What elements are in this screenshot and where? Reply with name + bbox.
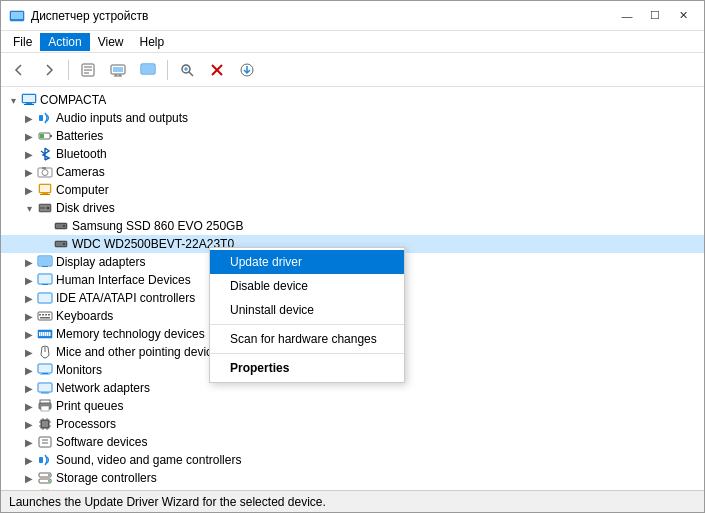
scan-button[interactable] [173, 57, 201, 83]
tree-item-processors[interactable]: ▶ Processors [1, 415, 704, 433]
toolbar-separator-1 [68, 60, 69, 80]
storage-arrow: ▶ [21, 473, 37, 484]
minimize-button[interactable]: — [614, 5, 640, 27]
svg-point-35 [47, 207, 50, 210]
svg-rect-47 [39, 275, 51, 283]
svg-point-92 [48, 474, 50, 476]
svg-rect-24 [50, 135, 52, 137]
back-button[interactable] [5, 57, 33, 83]
download-button[interactable] [233, 57, 261, 83]
sound-label: Sound, video and game controllers [56, 453, 241, 467]
svg-rect-77 [42, 421, 48, 427]
monitors-label: Monitors [56, 363, 102, 377]
tree-root[interactable]: ▾ COMPACTA [1, 91, 704, 109]
tree-item-batteries[interactable]: ▶ Batteries [1, 127, 704, 145]
menu-file[interactable]: File [5, 33, 40, 51]
svg-rect-32 [40, 194, 50, 195]
back-icon [11, 62, 27, 78]
cameras-icon [37, 164, 53, 180]
ctx-update-driver[interactable]: Update driver [210, 250, 404, 274]
ctx-uninstall-device[interactable]: Uninstall device [210, 298, 404, 322]
svg-rect-22 [39, 115, 43, 121]
display-label: Display adapters [56, 255, 145, 269]
svg-rect-54 [45, 314, 47, 316]
disk-drives-label: Disk drives [56, 201, 115, 215]
computer-arrow: ▶ [21, 185, 37, 196]
tree-item-audio[interactable]: ▶ Audio inputs and outputs [1, 109, 704, 127]
status-text: Launches the Update Driver Wizard for th… [9, 495, 326, 509]
svg-rect-48 [42, 284, 48, 285]
disk-drives-icon [37, 200, 53, 216]
menu-view[interactable]: View [90, 33, 132, 51]
bluetooth-icon [37, 146, 53, 162]
menu-help[interactable]: Help [132, 33, 173, 51]
tree-item-sound[interactable]: ▶ Sound, video and game controllers [1, 451, 704, 469]
processors-arrow: ▶ [21, 419, 37, 430]
storage-label: Storage controllers [56, 471, 157, 485]
tree-item-cameras[interactable]: ▶ Cameras [1, 163, 704, 181]
tree-item-software[interactable]: ▶ Software devices [1, 433, 704, 451]
tree-item-system[interactable]: ▶ i System devices [1, 487, 704, 490]
svg-rect-44 [39, 257, 51, 265]
display-icon [37, 254, 53, 270]
cameras-arrow: ▶ [21, 167, 37, 178]
monitor-button[interactable] [134, 57, 162, 83]
tree-item-samsung[interactable]: Samsung SSD 860 EVO 250GB [1, 217, 704, 235]
svg-rect-60 [43, 332, 45, 336]
title-bar: Диспетчер устройств — ☐ ✕ [1, 1, 704, 31]
svg-rect-61 [45, 332, 47, 336]
svg-rect-25 [40, 134, 44, 138]
window-title: Диспетчер устройств [31, 9, 614, 23]
ctx-separator-1 [210, 324, 404, 325]
svg-rect-66 [39, 365, 51, 372]
maximize-button[interactable]: ☐ [642, 5, 668, 27]
tree-item-computer[interactable]: ▶ Computer [1, 181, 704, 199]
monitor-icon [140, 62, 156, 78]
software-icon [37, 434, 53, 450]
svg-rect-55 [48, 314, 50, 316]
update-driver-icon [110, 62, 126, 78]
ctx-separator-2 [210, 353, 404, 354]
svg-rect-8 [113, 67, 123, 72]
tree-item-storage[interactable]: ▶ Storage controllers [1, 469, 704, 487]
properties-icon [80, 62, 96, 78]
batteries-label: Batteries [56, 129, 103, 143]
download-icon [239, 62, 255, 78]
batteries-icon [37, 128, 53, 144]
tree-item-bluetooth[interactable]: ▶ Bluetooth [1, 145, 704, 163]
svg-rect-50 [39, 294, 51, 302]
svg-point-42 [63, 243, 65, 245]
svg-line-12 [189, 72, 193, 76]
svg-rect-89 [39, 457, 43, 463]
menu-action[interactable]: Action [40, 33, 89, 51]
remove-button[interactable] [203, 57, 231, 83]
ctx-scan-hardware[interactable]: Scan for hardware changes [210, 327, 404, 351]
ide-label: IDE ATA/ATAPI controllers [56, 291, 195, 305]
svg-rect-31 [42, 193, 48, 194]
monitors-arrow: ▶ [21, 365, 37, 376]
svg-rect-45 [42, 266, 48, 267]
forward-button[interactable] [35, 57, 63, 83]
display-arrow: ▶ [21, 257, 37, 268]
ctx-properties[interactable]: Properties [210, 356, 404, 380]
svg-rect-19 [23, 95, 35, 102]
svg-rect-20 [26, 103, 32, 104]
print-icon [37, 398, 53, 414]
root-arrow: ▾ [5, 95, 21, 106]
sound-arrow: ▶ [21, 455, 37, 466]
properties-button[interactable] [74, 57, 102, 83]
tree-item-disk-drives[interactable]: ▾ Disk drives [1, 199, 704, 217]
mice-arrow: ▶ [21, 347, 37, 358]
hid-arrow: ▶ [21, 275, 37, 286]
ctx-disable-device[interactable]: Disable device [210, 274, 404, 298]
cameras-label: Cameras [56, 165, 105, 179]
forward-icon [41, 62, 57, 78]
svg-point-93 [48, 480, 50, 482]
update-driver-button[interactable] [104, 57, 132, 83]
svg-rect-86 [39, 437, 51, 447]
tree-item-print[interactable]: ▶ Print queues [1, 397, 704, 415]
sound-icon [37, 452, 53, 468]
status-bar: Launches the Update Driver Wizard for th… [1, 490, 704, 512]
audio-icon [37, 110, 53, 126]
close-button[interactable]: ✕ [670, 5, 696, 27]
